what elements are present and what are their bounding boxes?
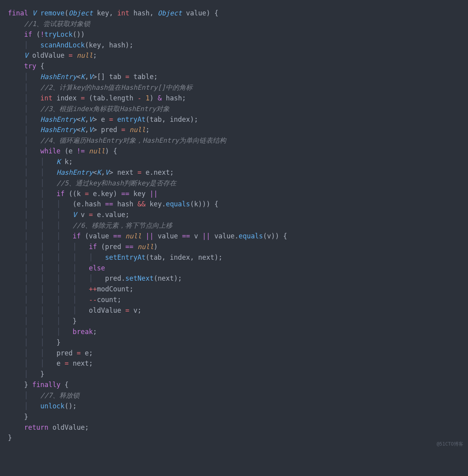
var-count: count;	[97, 296, 121, 304]
expr: pred.	[105, 274, 125, 282]
var-k: k;	[64, 158, 72, 166]
comment: //1、尝试获取对象锁	[24, 20, 90, 28]
op-not: !	[40, 30, 44, 38]
var-oldValue: oldValue;	[53, 423, 89, 431]
type-object: Object	[69, 9, 93, 17]
expr: ((k	[69, 190, 81, 198]
kw-int: int	[117, 9, 129, 17]
brace: }	[73, 317, 77, 325]
op-assign: =	[89, 211, 93, 219]
type-K: K	[57, 158, 60, 166]
fn-remove: remove	[40, 9, 64, 17]
null: null	[138, 243, 154, 251]
kw-if: if	[73, 232, 81, 240]
type-K: K	[97, 168, 101, 176]
op-minus: -	[138, 94, 142, 102]
var-hash: hash;	[166, 94, 186, 102]
op-assign: =	[125, 73, 129, 81]
var-modCount: modCount;	[97, 285, 133, 293]
watermark: @51CTO博客	[437, 440, 463, 448]
op-assign: =	[64, 359, 68, 367]
type-V: V	[89, 115, 93, 123]
type-object: Object	[158, 9, 182, 17]
op-assign: =	[81, 94, 85, 102]
var-table: table;	[133, 73, 157, 81]
type-K: K	[81, 126, 85, 134]
fn-unlock: unlock	[40, 402, 64, 410]
args: (next);	[154, 274, 182, 282]
brace: {	[64, 381, 68, 389]
op-or: ||	[149, 190, 157, 198]
semi: ;	[93, 328, 97, 336]
kw-return: return	[24, 423, 48, 431]
param-hash: hash	[133, 9, 149, 17]
param-key: key	[97, 9, 109, 17]
op-eq: ==	[113, 232, 121, 240]
type-HashEntry: HashEntry	[57, 168, 93, 176]
type-K: K	[81, 73, 85, 81]
param-value: value	[186, 9, 206, 17]
expr: e.next;	[145, 168, 174, 176]
expr: (k))) {	[190, 200, 219, 208]
var-e: e;	[85, 349, 93, 357]
var-key: key	[134, 190, 146, 198]
type-V: V	[32, 9, 36, 17]
fn-setEntryAt: setEntryAt	[105, 253, 145, 261]
kw-if: if	[24, 30, 32, 38]
expr: value.	[214, 232, 238, 240]
fn-setNext: setNext	[125, 274, 154, 282]
expr: (value	[85, 232, 109, 240]
kw-else: else	[89, 264, 105, 272]
kw-while: while	[40, 147, 60, 155]
var-pred: pred	[101, 126, 117, 134]
comment: //4、循环遍历HashEntry对象，HashEntry为单向链表结构	[40, 136, 226, 144]
expr: e.key)	[93, 190, 117, 198]
op-assign: =	[138, 168, 142, 176]
op-and: &	[158, 94, 162, 102]
paren: )	[149, 94, 153, 102]
fn-equals: equals	[166, 200, 190, 208]
brace: ) {	[105, 147, 117, 155]
op-or: ||	[145, 232, 153, 240]
var-oldValue: oldValue	[89, 306, 121, 314]
expr: (pred	[101, 243, 121, 251]
op-inc: ++	[89, 285, 97, 293]
var-hash: hash	[117, 200, 134, 208]
indent-guide: │	[24, 41, 28, 49]
expr: (tab.length	[89, 94, 134, 102]
args: (tab, index, next);	[145, 253, 222, 261]
var-v: v	[81, 211, 85, 219]
comment: //2、计算key的hash值在HashEntry[]中的角标	[40, 83, 192, 91]
null: null	[125, 232, 142, 240]
null: null	[89, 147, 105, 155]
fn-scanAndLock: scanAndLock	[40, 41, 85, 49]
expr: (v)) {	[263, 232, 287, 240]
op-assign: =	[77, 349, 81, 357]
op-assign: =	[109, 115, 113, 123]
op-and: &&	[138, 200, 145, 208]
type-HashEntry: HashEntry	[40, 115, 77, 123]
comment: //3、根据index角标获取HashEntry对象	[40, 105, 170, 113]
kw-final: final	[8, 9, 28, 17]
type-V: V	[105, 168, 109, 176]
code-block: final V remove(Object key, int hash, Obj…	[8, 8, 460, 443]
kw-finally: finally	[32, 381, 60, 389]
var-v: v	[194, 232, 198, 240]
fn-equals: equals	[239, 232, 263, 240]
op-assign: =	[69, 51, 73, 59]
type-V: V	[24, 51, 28, 59]
brace: }	[24, 413, 28, 421]
type-K: K	[81, 115, 85, 123]
brace: }	[57, 338, 60, 346]
brace: }	[24, 381, 28, 389]
type-HashEntry: HashEntry	[40, 126, 77, 134]
expr: e.value;	[97, 211, 129, 219]
kw-if: if	[89, 243, 97, 251]
paren: )	[154, 243, 158, 251]
var-e: e	[57, 359, 60, 367]
kw-if: if	[57, 190, 64, 198]
op-eq: ==	[121, 190, 129, 198]
op-or: ||	[202, 232, 210, 240]
null: null	[129, 126, 145, 134]
type-V: V	[73, 211, 77, 219]
